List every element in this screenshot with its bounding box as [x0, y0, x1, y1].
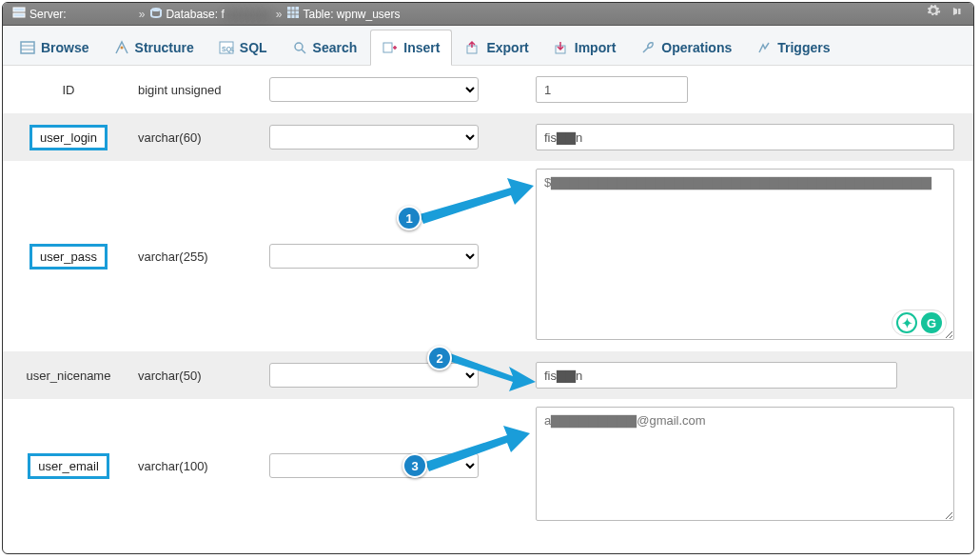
browse-icon: [20, 40, 35, 55]
arrow-icon: [420, 182, 534, 230]
tab-insert[interactable]: Insert: [370, 30, 452, 66]
field-name: user_email: [28, 453, 109, 479]
svg-line-15: [302, 50, 305, 53]
grammarly-icon: G: [921, 312, 942, 333]
field-type: varchar(255): [138, 250, 208, 264]
field-row-user-login: user_login varchar(60): [3, 113, 973, 161]
sql-icon: SQL: [219, 40, 234, 55]
tab-label: Structure: [135, 40, 194, 55]
arrow-icon: [450, 348, 536, 395]
grammarly-widget[interactable]: ✦ G: [892, 309, 947, 336]
value-textarea[interactable]: [536, 169, 954, 340]
svg-text:SQL: SQL: [222, 46, 234, 53]
database-value: fxxxxxxxx: [221, 3, 269, 26]
function-select[interactable]: [269, 244, 479, 269]
value-input[interactable]: [536, 76, 688, 103]
function-select[interactable]: [269, 125, 479, 150]
tab-label: Browse: [41, 40, 89, 55]
value-input[interactable]: [536, 362, 897, 389]
tab-label: Triggers: [777, 40, 830, 55]
field-name: user_login: [29, 125, 108, 150]
field-name: user_pass: [29, 244, 108, 270]
triggers-icon: [756, 40, 772, 55]
tab-operations[interactable]: Operations: [629, 30, 743, 65]
insert-icon: [382, 40, 398, 55]
field-name: ID: [63, 83, 75, 97]
tab-browse[interactable]: Browse: [9, 30, 101, 65]
wrench-icon: [640, 40, 656, 55]
field-name: user_nicename: [27, 369, 111, 383]
value-input[interactable]: [536, 124, 954, 150]
exit-icon[interactable]: [951, 3, 964, 26]
server-label: Server:: [29, 3, 67, 26]
table-icon: [287, 3, 299, 26]
tab-sql[interactable]: SQL SQL: [207, 30, 279, 65]
tab-label: Search: [313, 40, 358, 55]
database-icon: [150, 3, 162, 26]
table-label: Table:: [303, 3, 333, 26]
separator-icon: »: [276, 3, 283, 26]
field-type: varchar(100): [138, 459, 208, 473]
tab-import[interactable]: Import: [542, 30, 628, 65]
tab-label: Insert: [403, 40, 440, 55]
svg-rect-16: [383, 43, 392, 52]
arrow-icon: [425, 429, 530, 477]
structure-icon: [114, 40, 129, 55]
separator-icon: »: [139, 3, 146, 26]
svg-point-11: [120, 46, 123, 49]
tab-label: SQL: [240, 40, 267, 55]
gear-icon[interactable]: [926, 3, 941, 26]
tab-structure[interactable]: Structure: [103, 30, 206, 65]
tab-triggers[interactable]: Triggers: [745, 30, 841, 65]
tab-export[interactable]: Export: [454, 30, 539, 65]
breadcrumb: Server: » Database: fxxxxxxxx » Table: w…: [3, 3, 973, 26]
tab-search[interactable]: Search: [281, 30, 369, 65]
value-textarea[interactable]: [536, 407, 954, 521]
svg-rect-1: [13, 13, 25, 17]
svg-rect-3: [287, 7, 299, 18]
field-type: varchar(50): [138, 369, 201, 383]
field-type: bigint unsigned: [138, 83, 221, 97]
svg-point-14: [295, 43, 303, 50]
export-icon: [465, 40, 480, 55]
search-icon: [292, 40, 307, 55]
tab-label: Export: [486, 40, 528, 55]
server-icon: [12, 3, 26, 26]
database-label: Database:: [166, 3, 218, 26]
tab-strip: Browse Structure SQL SQL Search Insert E…: [3, 26, 973, 66]
svg-rect-0: [13, 8, 25, 11]
svg-rect-8: [21, 42, 34, 53]
table-value: wpnw_users: [337, 3, 401, 26]
tab-label: Operations: [661, 40, 732, 55]
svg-point-2: [151, 8, 161, 11]
grammarly-icon: ✦: [896, 312, 917, 333]
field-row-id: ID bigint unsigned: [3, 66, 973, 113]
function-select[interactable]: [269, 363, 479, 388]
function-select[interactable]: [269, 77, 479, 102]
tab-label: Import: [575, 40, 617, 55]
field-type: varchar(60): [138, 130, 201, 145]
import-icon: [554, 40, 569, 55]
